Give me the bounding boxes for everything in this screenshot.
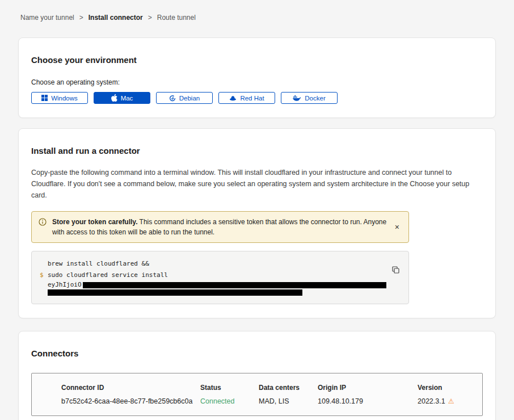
os-button-docker[interactable]: Docker — [281, 92, 338, 104]
status-badge: Connected — [200, 397, 259, 405]
connectors-table: Connector ID Status Data centers Origin … — [31, 373, 483, 416]
breadcrumb-step-name-your-tunnel[interactable]: Name your tunnel — [20, 14, 74, 22]
os-button-windows[interactable]: Windows — [31, 92, 88, 104]
docker-icon — [293, 95, 301, 102]
os-button-group: Windows Mac Debian Red Hat Docker — [31, 92, 483, 104]
token-warning-text: Store your token carefully. This command… — [52, 217, 387, 237]
redhat-icon — [229, 95, 237, 102]
column-header-data-centers: Data centers — [259, 384, 318, 392]
install-card-title: Install and run a connector — [31, 146, 483, 156]
column-header-version: Version — [418, 384, 482, 392]
code-line: brew install cloudflared && — [40, 258, 401, 270]
code-line-token: eyJhIjoiO — [40, 281, 401, 288]
connectors-table-header: Connector ID Status Data centers Origin … — [61, 384, 482, 392]
version-warning-icon: ⚠ — [448, 397, 454, 405]
version-number: 2022.3.1 — [418, 397, 445, 405]
install-connector-card: Install and run a connector Copy-paste t… — [18, 128, 496, 318]
install-description: Copy-paste the following command into a … — [31, 167, 483, 201]
choose-environment-card: Choose your environment Choose an operat… — [18, 37, 496, 118]
os-button-label: Windows — [51, 95, 78, 102]
breadcrumb-step-install-connector[interactable]: Install connector — [89, 14, 143, 22]
install-command-code-block: brew install cloudflared && $sudo cloudf… — [31, 251, 409, 304]
debian-icon — [169, 95, 176, 102]
os-button-label: Red Hat — [240, 95, 264, 102]
os-button-label: Mac — [121, 95, 133, 102]
apple-icon — [111, 94, 117, 102]
os-button-label: Docker — [305, 95, 325, 102]
token-warning-banner: Store your token carefully. This command… — [31, 211, 409, 243]
connectors-card-title: Connectors — [31, 348, 483, 358]
redaction-bar — [48, 289, 302, 296]
token-prefix: eyJhIjoiO — [48, 281, 82, 288]
breadcrumb-step-route-tunnel[interactable]: Route tunnel — [157, 14, 196, 22]
version-value: 2022.3.1⚠ — [418, 397, 482, 405]
data-centers-value: MAD, LIS — [259, 397, 318, 405]
origin-ip-value: 109.48.10.179 — [318, 397, 418, 405]
column-header-origin-ip: Origin IP — [318, 384, 418, 392]
code-line: $sudo cloudflared service install — [40, 270, 401, 281]
os-button-debian[interactable]: Debian — [156, 92, 213, 104]
breadcrumb-separator: > — [79, 14, 83, 22]
token-warning-bold: Store your token carefully. — [52, 218, 138, 226]
info-icon — [39, 218, 47, 229]
breadcrumb-separator: > — [148, 14, 152, 22]
connectors-card: Connectors Connector ID Status Data cent… — [18, 331, 496, 420]
os-select-label: Choose an operating system: — [31, 78, 483, 86]
code-line-text: sudo cloudflared service install — [48, 271, 168, 279]
environment-card-title: Choose your environment — [31, 55, 483, 65]
connector-id-value: b7c52c42-6caa-48ee-8c77-fbe259cb6c0a — [61, 397, 200, 405]
table-row: b7c52c42-6caa-48ee-8c77-fbe259cb6c0a Con… — [61, 397, 482, 405]
close-icon[interactable]: × — [393, 222, 402, 232]
copy-icon[interactable] — [391, 265, 401, 276]
column-header-connector-id: Connector ID — [61, 384, 200, 392]
os-button-mac[interactable]: Mac — [94, 92, 150, 104]
column-header-status: Status — [200, 384, 259, 392]
code-line-text: brew install cloudflared && — [48, 260, 149, 267]
shell-prompt: $ — [40, 270, 48, 281]
os-button-label: Debian — [179, 95, 200, 102]
code-line-token — [40, 288, 401, 296]
os-button-redhat[interactable]: Red Hat — [218, 92, 275, 104]
redaction-bar — [83, 282, 386, 288]
windows-icon — [41, 95, 48, 101]
breadcrumb: Name your tunnel > Install connector > R… — [0, 0, 514, 22]
